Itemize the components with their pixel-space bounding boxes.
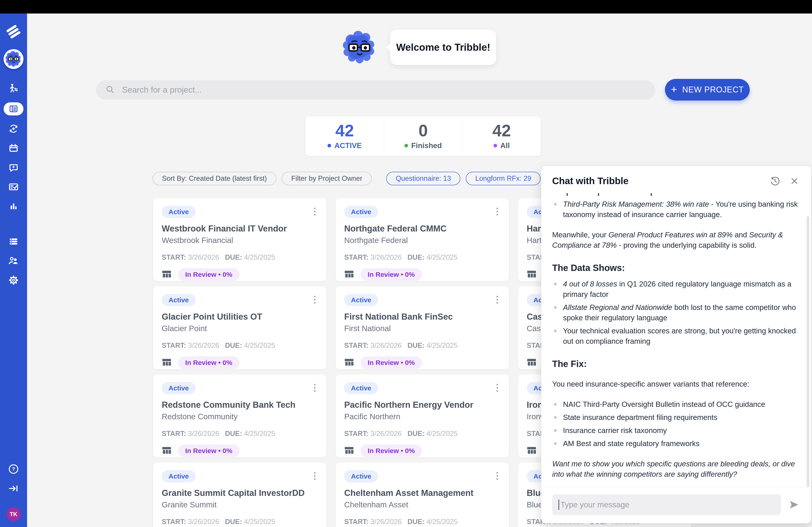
card-menu-icon[interactable]	[312, 206, 318, 217]
filter-chip[interactable]: Questionnaire: 13	[386, 172, 460, 185]
text-caret	[559, 499, 559, 510]
sidebar-item-projects-active[interactable]	[4, 102, 24, 116]
card-menu-icon[interactable]	[494, 382, 500, 394]
chat-paragraph: Meanwhile, your General Product Features…	[552, 230, 798, 251]
project-search-input[interactable]: Search for a project...	[96, 80, 655, 100]
card-title: Westbrook Financial IT Vendor	[162, 224, 318, 234]
mascot-avatar[interactable]	[4, 49, 24, 69]
log-out-icon[interactable]	[8, 483, 19, 494]
card-menu-icon[interactable]	[494, 206, 500, 217]
project-card[interactable]: Active Redstone Community Bank Tech Reds…	[153, 374, 327, 457]
chat-bullet: NAIC Third-Party Oversight Bulletin inst…	[552, 399, 798, 409]
chat-footer: Type your message	[541, 487, 811, 523]
project-card[interactable]: Active Cheltenham Asset Management Chelt…	[335, 462, 509, 527]
stat-active[interactable]: 42ACTIVE	[305, 116, 384, 156]
close-icon[interactable]	[788, 175, 800, 187]
chat-header: Chat with Tribble	[541, 166, 811, 191]
chat-paragraph: You need insurance-specific answer varia…	[552, 379, 798, 389]
card-title: Pacific Northern Energy Vendor	[344, 400, 500, 410]
chat-bullet: Your technical evaluation scores are str…	[552, 326, 798, 346]
people-icon[interactable]	[8, 255, 19, 267]
calendar-icon[interactable]	[8, 142, 19, 154]
progress-badge: In Review • 0%	[178, 268, 240, 281]
status-badge: Active	[344, 382, 378, 394]
bar-chart-icon[interactable]	[8, 201, 19, 212]
card-title: First National Bank FinSec	[344, 312, 500, 322]
table-icon	[162, 357, 172, 368]
project-card[interactable]: Active Granite Summit Capital InvestorDD…	[153, 462, 327, 527]
card-menu-icon[interactable]	[312, 470, 318, 482]
progress-badge: In Review • 0%	[178, 445, 240, 457]
card-title: Redstone Community Bank Tech	[162, 400, 318, 410]
status-badge: Active	[344, 294, 378, 306]
settings-gear-icon[interactable]	[8, 274, 19, 286]
welcome-text: Welcome to Tribble!	[396, 42, 490, 53]
stat-finished[interactable]: 0Finished	[384, 116, 462, 156]
chat-message-input[interactable]: Type your message	[552, 494, 781, 515]
chat-scrollbar[interactable]	[807, 216, 809, 487]
filter-chip[interactable]: Filter by Project Owner	[282, 172, 372, 185]
servers-icon[interactable]	[8, 236, 19, 247]
table-icon	[162, 446, 172, 456]
chat-panel: Chat with Tribble Third-Party Risk Manag…	[541, 166, 811, 523]
chat-bullet: Insurance carrier risk taxonomy	[552, 425, 798, 436]
card-menu-icon[interactable]	[312, 382, 318, 394]
status-badge: Active	[162, 206, 195, 218]
project-card[interactable]: Active Glacier Point Utilities OT Glacie…	[153, 286, 327, 370]
project-card[interactable]: Active First National Bank FinSec First …	[335, 286, 509, 370]
card-company: Cheltenham Asset	[344, 500, 500, 509]
card-company: Northgate Federal	[344, 236, 500, 245]
card-company: Westbrook Financial	[162, 236, 318, 245]
filter-chip[interactable]: Longform RFx: 29	[466, 172, 541, 185]
project-card[interactable]: Active Pacific Northern Energy Vendor Pa…	[335, 374, 509, 457]
chat-heading: The Fix:	[552, 359, 798, 369]
checklist-icon[interactable]	[8, 181, 19, 193]
chat-input-placeholder: Type your message	[561, 500, 629, 509]
stat-dot	[494, 144, 497, 147]
clipped-text-line	[552, 192, 798, 196]
user-avatar[interactable]: TK	[6, 507, 20, 521]
chat-bullet: AM Best and state regulatory frameworks	[552, 438, 798, 449]
workflow-person-icon[interactable]	[8, 83, 19, 94]
card-dates: START: 3/26/2026DUE: 4/25/2025	[162, 253, 318, 261]
card-company: Redstone Community	[162, 412, 318, 421]
card-dates: START: 3/26/2026DUE: 4/25/2025	[162, 518, 318, 526]
send-icon[interactable]	[788, 498, 800, 511]
new-project-button[interactable]: + NEW PROJECT	[665, 79, 750, 101]
history-icon[interactable]	[769, 175, 781, 187]
chat-bullet: 4 out of 8 losses in Q1 2026 cited regul…	[552, 279, 798, 300]
project-card[interactable]: Active Westbrook Financial IT Vendor Wes…	[153, 198, 327, 281]
card-menu-icon[interactable]	[312, 294, 318, 305]
sidebar: ? TK	[0, 14, 27, 527]
table-icon	[527, 357, 537, 368]
status-badge: Active	[162, 382, 195, 394]
status-badge: Active	[162, 470, 195, 482]
sidebar-bottom-group: ? TK	[6, 464, 20, 521]
top-bar	[0, 0, 812, 14]
chat-bullet: State insurance department filing requir…	[552, 412, 798, 423]
search-icon	[105, 84, 115, 95]
project-card[interactable]: Active Northgate Federal CMMC Northgate …	[335, 198, 509, 281]
card-title: Glacier Point Utilities OT	[162, 312, 318, 322]
chat-heading: The Data Shows:	[552, 262, 798, 273]
filter-chip[interactable]: Sort By: Created Date (latest first)	[153, 172, 276, 185]
card-menu-icon[interactable]	[494, 470, 500, 482]
chat-bullet: Allstate Regional and Nationwide both lo…	[552, 302, 798, 323]
chat-bullet: Third-Party Risk Management: 38% win rat…	[552, 199, 798, 220]
card-menu-icon[interactable]	[494, 294, 500, 305]
card-company: Pacific Northern	[344, 412, 500, 421]
stat-label: Finished	[411, 141, 442, 150]
welcome-row: Welcome to Tribble!	[341, 29, 496, 66]
card-dates: START: 3/26/2026DUE: 4/25/2025	[344, 518, 500, 526]
stat-all[interactable]: 42All	[462, 116, 541, 156]
help-icon[interactable]: ?	[8, 464, 19, 475]
table-icon	[344, 446, 354, 456]
card-dates: START: 3/26/2026DUE: 4/25/2025	[162, 342, 318, 350]
card-company: Granite Summit	[162, 500, 318, 509]
stat-value: 0	[418, 122, 427, 139]
sync-sparkle-icon[interactable]	[8, 123, 19, 134]
card-company: First National	[344, 324, 500, 333]
card-dates: START: 3/26/2026DUE: 4/25/2025	[344, 253, 500, 261]
chat-paragraph: Want me to show you which specific quest…	[552, 459, 798, 479]
chat-sparkle-icon[interactable]	[8, 162, 19, 173]
